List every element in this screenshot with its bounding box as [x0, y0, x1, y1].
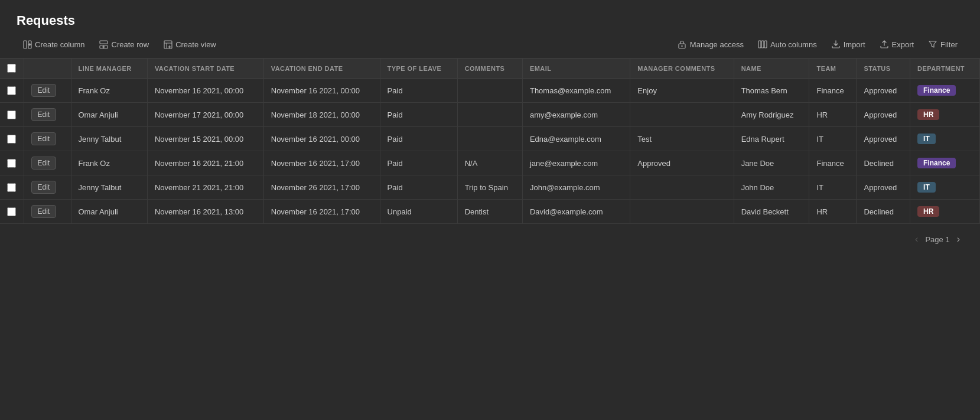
department-badge: IT: [917, 182, 936, 193]
col-status: Status: [857, 58, 910, 79]
import-button[interactable]: Import: [825, 37, 871, 52]
row-line-manager: Frank Oz: [71, 151, 147, 175]
col-name: Name: [734, 58, 809, 79]
row-name: John Doe: [734, 175, 809, 200]
page-number: 1: [945, 235, 949, 244]
row-checkbox-cell: [0, 103, 24, 127]
row-team: IT: [809, 175, 857, 200]
table-header-row: Line Manager Vacation Start Date Vacatio…: [0, 58, 980, 79]
row-email: Edna@example.com: [522, 127, 630, 151]
row-checkbox[interactable]: [7, 207, 16, 216]
pagination: ‹ Page 1 ›: [0, 224, 980, 255]
table-row: Edit Jenny Talbut November 21 2021, 21:0…: [0, 175, 980, 200]
col-comments: Comments: [457, 58, 522, 79]
row-comments: Trip to Spain: [457, 175, 522, 200]
row-vacation-end: November 16 2021, 17:00: [263, 151, 380, 175]
row-manager-comments: Test: [630, 127, 734, 151]
row-vacation-start: November 16 2021, 00:00: [147, 79, 263, 103]
row-department: IT: [910, 175, 980, 200]
create-column-label: Create column: [35, 40, 85, 49]
department-badge: IT: [917, 134, 936, 144]
col-department: Department: [910, 58, 980, 79]
table-wrapper: Line Manager Vacation Start Date Vacatio…: [0, 58, 980, 224]
filter-icon: [928, 40, 937, 49]
page-prev-button[interactable]: ‹: [911, 232, 922, 246]
table-row: Edit Omar Anjuli November 16 2021, 13:00…: [0, 200, 980, 224]
create-column-button[interactable]: Create column: [17, 37, 91, 52]
row-checkbox[interactable]: [7, 86, 16, 95]
filter-button[interactable]: Filter: [922, 37, 963, 52]
row-checkbox-cell: [0, 175, 24, 200]
table-row: Edit Omar Anjuli November 17 2021, 00:00…: [0, 103, 980, 127]
svg-rect-4: [100, 41, 108, 44]
row-name: Thomas Bern: [734, 79, 809, 103]
row-name: Jane Doe: [734, 151, 809, 175]
table-body: Edit Frank Oz November 16 2021, 00:00 No…: [0, 79, 980, 224]
row-team: IT: [809, 127, 857, 151]
department-badge: HR: [917, 109, 939, 120]
row-type-of-leave: Paid: [380, 151, 457, 175]
col-vacation-end: Vacation End Date: [263, 58, 380, 79]
row-vacation-end: November 16 2021, 00:00: [263, 79, 380, 103]
export-button[interactable]: Export: [874, 37, 920, 52]
row-status: Approved: [857, 127, 910, 151]
col-line-manager: Line Manager: [71, 58, 147, 79]
row-team: Finance: [809, 79, 857, 103]
export-icon: [880, 40, 889, 49]
row-line-manager: Frank Oz: [71, 79, 147, 103]
row-line-manager: Jenny Talbut: [71, 175, 147, 200]
row-vacation-start: November 15 2021, 00:00: [147, 127, 263, 151]
table-row: Edit Jenny Talbut November 15 2021, 00:0…: [0, 127, 980, 151]
row-department: HR: [910, 200, 980, 224]
page-text: Page: [925, 235, 943, 244]
filter-label: Filter: [940, 40, 958, 49]
row-name: Amy Rodriguez: [734, 103, 809, 127]
row-edit-cell: Edit: [24, 151, 71, 175]
page-label: Page 1: [925, 235, 949, 244]
row-checkbox[interactable]: [7, 110, 16, 119]
row-department: Finance: [910, 79, 980, 103]
svg-point-14: [682, 45, 683, 46]
row-type-of-leave: Paid: [380, 175, 457, 200]
row-comments: [457, 79, 522, 103]
row-team: HR: [809, 103, 857, 127]
svg-rect-17: [764, 41, 767, 48]
row-checkbox-cell: [0, 151, 24, 175]
row-vacation-end: November 16 2021, 17:00: [263, 200, 380, 224]
row-checkbox[interactable]: [7, 159, 16, 168]
svg-rect-0: [24, 41, 27, 48]
row-department: Finance: [910, 151, 980, 175]
edit-button[interactable]: Edit: [31, 205, 57, 218]
row-checkbox[interactable]: [7, 183, 16, 192]
row-line-manager: Omar Anjuli: [71, 103, 147, 127]
edit-button[interactable]: Edit: [31, 108, 57, 121]
row-email: Thomas@example.com: [522, 79, 630, 103]
edit-button[interactable]: Edit: [31, 181, 57, 194]
table-row: Edit Frank Oz November 16 2021, 00:00 No…: [0, 79, 980, 103]
row-team: HR: [809, 200, 857, 224]
edit-button[interactable]: Edit: [31, 132, 57, 145]
row-comments: [457, 103, 522, 127]
page-next-button[interactable]: ›: [953, 232, 963, 246]
select-all-checkbox[interactable]: [7, 64, 16, 73]
create-column-icon: [22, 40, 32, 49]
auto-columns-button[interactable]: Auto columns: [752, 37, 823, 52]
manage-access-button[interactable]: Manage access: [672, 37, 750, 52]
row-vacation-end: November 16 2021, 00:00: [263, 127, 380, 151]
create-view-button[interactable]: Create view: [157, 37, 222, 52]
row-checkbox[interactable]: [7, 135, 16, 144]
edit-button[interactable]: Edit: [31, 84, 57, 97]
department-badge: Finance: [917, 158, 956, 168]
row-vacation-start: November 16 2021, 13:00: [147, 200, 263, 224]
row-edit-cell: Edit: [24, 127, 71, 151]
auto-columns-label: Auto columns: [770, 40, 817, 49]
edit-button[interactable]: Edit: [31, 157, 57, 170]
auto-columns-icon: [758, 40, 767, 49]
row-comments: [457, 127, 522, 151]
create-row-button[interactable]: Create row: [93, 37, 155, 52]
row-email: David@example.com: [522, 200, 630, 224]
row-manager-comments: [630, 103, 734, 127]
row-department: IT: [910, 127, 980, 151]
row-type-of-leave: Paid: [380, 103, 457, 127]
row-status: Approved: [857, 175, 910, 200]
